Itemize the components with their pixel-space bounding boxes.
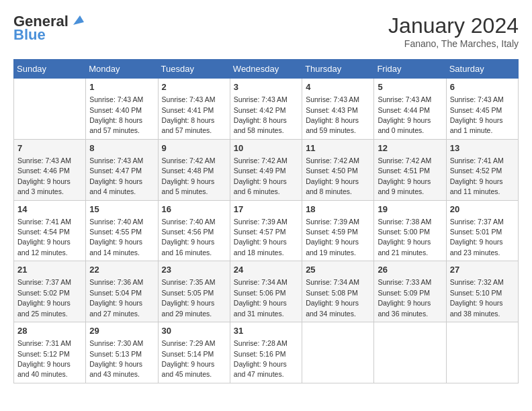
day-info: Sunrise: 7:43 AM Sunset: 4:40 PM Dayligh…	[89, 95, 143, 134]
day-number: 14	[17, 203, 82, 216]
day-info: Sunrise: 7:42 AM Sunset: 4:51 PM Dayligh…	[378, 156, 431, 195]
day-info: Sunrise: 7:41 AM Sunset: 4:52 PM Dayligh…	[450, 156, 504, 195]
day-number: 22	[89, 264, 154, 276]
day-number: 1	[89, 81, 154, 93]
calendar-cell: 9Sunrise: 7:42 AM Sunset: 4:48 PM Daylig…	[158, 139, 230, 200]
calendar-cell: 16Sunrise: 7:40 AM Sunset: 4:56 PM Dayli…	[158, 200, 230, 261]
calendar-cell: 21Sunrise: 7:37 AM Sunset: 5:02 PM Dayli…	[14, 261, 86, 322]
calendar-cell: 14Sunrise: 7:41 AM Sunset: 4:54 PM Dayli…	[14, 200, 86, 261]
calendar-cell: 23Sunrise: 7:35 AM Sunset: 5:05 PM Dayli…	[158, 261, 230, 322]
day-info: Sunrise: 7:38 AM Sunset: 5:00 PM Dayligh…	[378, 218, 431, 257]
calendar-cell: 19Sunrise: 7:38 AM Sunset: 5:00 PM Dayli…	[374, 200, 446, 261]
header-cell-saturday: Saturday	[446, 60, 518, 79]
day-info: Sunrise: 7:43 AM Sunset: 4:46 PM Dayligh…	[17, 156, 71, 195]
day-number: 18	[306, 203, 370, 216]
week-row-5: 28Sunrise: 7:31 AM Sunset: 5:12 PM Dayli…	[14, 322, 519, 383]
day-info: Sunrise: 7:33 AM Sunset: 5:09 PM Dayligh…	[378, 278, 431, 317]
day-number: 16	[162, 203, 226, 216]
calendar-cell: 11Sunrise: 7:42 AM Sunset: 4:50 PM Dayli…	[302, 139, 374, 200]
day-info: Sunrise: 7:32 AM Sunset: 5:10 PM Dayligh…	[450, 278, 504, 317]
day-number: 4	[306, 81, 370, 93]
day-number: 15	[89, 203, 154, 216]
calendar-cell: 26Sunrise: 7:33 AM Sunset: 5:09 PM Dayli…	[374, 261, 446, 322]
day-number: 5	[378, 81, 442, 93]
calendar-body: 1Sunrise: 7:43 AM Sunset: 4:40 PM Daylig…	[14, 79, 519, 383]
day-number: 6	[450, 81, 515, 93]
day-info: Sunrise: 7:42 AM Sunset: 4:50 PM Dayligh…	[306, 156, 359, 195]
calendar-cell: 15Sunrise: 7:40 AM Sunset: 4:55 PM Dayli…	[86, 200, 158, 261]
day-info: Sunrise: 7:35 AM Sunset: 5:05 PM Dayligh…	[162, 278, 216, 317]
day-info: Sunrise: 7:36 AM Sunset: 5:04 PM Dayligh…	[89, 278, 143, 317]
calendar-cell: 1Sunrise: 7:43 AM Sunset: 4:40 PM Daylig…	[86, 79, 158, 140]
logo-text-blue: Blue	[13, 27, 85, 43]
day-info: Sunrise: 7:42 AM Sunset: 4:48 PM Dayligh…	[162, 156, 216, 195]
calendar-cell: 28Sunrise: 7:31 AM Sunset: 5:12 PM Dayli…	[14, 322, 86, 383]
calendar-header: SundayMondayTuesdayWednesdayThursdayFrid…	[14, 60, 519, 79]
header-cell-sunday: Sunday	[14, 60, 86, 79]
day-info: Sunrise: 7:40 AM Sunset: 4:56 PM Dayligh…	[162, 218, 216, 257]
calendar-cell	[302, 322, 374, 383]
day-number: 19	[378, 203, 442, 216]
day-number: 10	[234, 142, 298, 154]
day-number: 29	[89, 325, 154, 337]
day-number: 12	[378, 142, 442, 154]
day-info: Sunrise: 7:34 AM Sunset: 5:08 PM Dayligh…	[306, 278, 359, 317]
calendar-cell: 25Sunrise: 7:34 AM Sunset: 5:08 PM Dayli…	[302, 261, 374, 322]
page-header: General Blue January 2024 Fanano, The Ma…	[13, 13, 519, 49]
week-row-1: 1Sunrise: 7:43 AM Sunset: 4:40 PM Daylig…	[14, 79, 519, 140]
calendar-cell: 17Sunrise: 7:39 AM Sunset: 4:57 PM Dayli…	[230, 200, 302, 261]
calendar-cell: 27Sunrise: 7:32 AM Sunset: 5:10 PM Dayli…	[446, 261, 518, 322]
day-info: Sunrise: 7:29 AM Sunset: 5:14 PM Dayligh…	[162, 339, 216, 378]
day-number: 26	[378, 264, 442, 276]
day-info: Sunrise: 7:43 AM Sunset: 4:41 PM Dayligh…	[162, 95, 216, 134]
day-number: 21	[17, 264, 82, 276]
calendar-cell: 24Sunrise: 7:34 AM Sunset: 5:06 PM Dayli…	[230, 261, 302, 322]
month-title: January 2024	[388, 13, 519, 38]
location-subtitle: Fanano, The Marches, Italy	[388, 38, 519, 49]
day-info: Sunrise: 7:28 AM Sunset: 5:16 PM Dayligh…	[234, 339, 287, 378]
day-info: Sunrise: 7:37 AM Sunset: 5:02 PM Dayligh…	[17, 278, 71, 317]
week-row-3: 14Sunrise: 7:41 AM Sunset: 4:54 PM Dayli…	[14, 200, 519, 261]
calendar-cell: 6Sunrise: 7:43 AM Sunset: 4:45 PM Daylig…	[446, 79, 518, 140]
day-info: Sunrise: 7:30 AM Sunset: 5:13 PM Dayligh…	[89, 339, 143, 378]
svg-marker-0	[73, 15, 84, 25]
calendar-cell: 3Sunrise: 7:43 AM Sunset: 4:42 PM Daylig…	[230, 79, 302, 140]
calendar-cell: 18Sunrise: 7:39 AM Sunset: 4:59 PM Dayli…	[302, 200, 374, 261]
day-number: 17	[234, 203, 298, 216]
day-number: 7	[17, 142, 82, 154]
day-info: Sunrise: 7:39 AM Sunset: 4:59 PM Dayligh…	[306, 218, 359, 257]
header-cell-tuesday: Tuesday	[158, 60, 230, 79]
calendar-cell: 10Sunrise: 7:42 AM Sunset: 4:49 PM Dayli…	[230, 139, 302, 200]
day-number: 23	[162, 264, 226, 276]
calendar-table: SundayMondayTuesdayWednesdayThursdayFrid…	[13, 59, 519, 383]
day-number: 30	[162, 325, 226, 337]
logo-bird-icon	[71, 13, 85, 28]
day-info: Sunrise: 7:40 AM Sunset: 4:55 PM Dayligh…	[89, 218, 143, 257]
day-info: Sunrise: 7:43 AM Sunset: 4:43 PM Dayligh…	[306, 95, 359, 134]
day-info: Sunrise: 7:43 AM Sunset: 4:42 PM Dayligh…	[234, 95, 287, 134]
calendar-cell: 4Sunrise: 7:43 AM Sunset: 4:43 PM Daylig…	[302, 79, 374, 140]
day-number: 25	[306, 264, 370, 276]
header-cell-thursday: Thursday	[302, 60, 374, 79]
day-info: Sunrise: 7:42 AM Sunset: 4:49 PM Dayligh…	[234, 156, 287, 195]
day-info: Sunrise: 7:37 AM Sunset: 5:01 PM Dayligh…	[450, 218, 504, 257]
header-row: SundayMondayTuesdayWednesdayThursdayFrid…	[14, 60, 519, 79]
day-info: Sunrise: 7:41 AM Sunset: 4:54 PM Dayligh…	[17, 218, 71, 257]
title-section: January 2024 Fanano, The Marches, Italy	[388, 13, 519, 49]
week-row-4: 21Sunrise: 7:37 AM Sunset: 5:02 PM Dayli…	[14, 261, 519, 322]
day-number: 28	[17, 325, 82, 337]
day-number: 11	[306, 142, 370, 154]
day-number: 9	[162, 142, 226, 154]
day-number: 24	[234, 264, 298, 276]
calendar-cell: 31Sunrise: 7:28 AM Sunset: 5:16 PM Dayli…	[230, 322, 302, 383]
day-number: 27	[450, 264, 515, 276]
calendar-cell: 12Sunrise: 7:42 AM Sunset: 4:51 PM Dayli…	[374, 139, 446, 200]
day-info: Sunrise: 7:43 AM Sunset: 4:47 PM Dayligh…	[89, 156, 143, 195]
calendar-cell: 29Sunrise: 7:30 AM Sunset: 5:13 PM Dayli…	[86, 322, 158, 383]
calendar-cell: 13Sunrise: 7:41 AM Sunset: 4:52 PM Dayli…	[446, 139, 518, 200]
day-info: Sunrise: 7:31 AM Sunset: 5:12 PM Dayligh…	[17, 339, 71, 378]
calendar-cell: 2Sunrise: 7:43 AM Sunset: 4:41 PM Daylig…	[158, 79, 230, 140]
day-info: Sunrise: 7:34 AM Sunset: 5:06 PM Dayligh…	[234, 278, 287, 317]
calendar-cell: 30Sunrise: 7:29 AM Sunset: 5:14 PM Dayli…	[158, 322, 230, 383]
day-info: Sunrise: 7:39 AM Sunset: 4:57 PM Dayligh…	[234, 218, 287, 257]
